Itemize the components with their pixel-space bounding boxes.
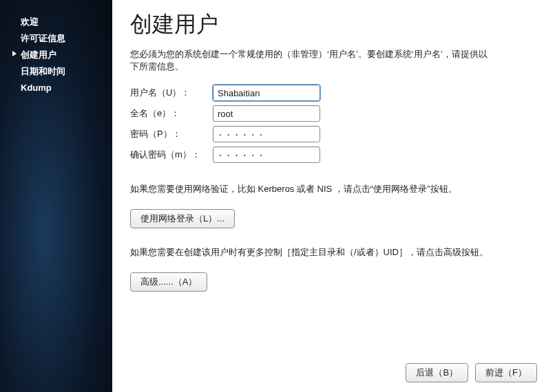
- nav-item-kdump[interactable]: Kdump: [0, 80, 112, 96]
- nav-item-license[interactable]: 许可证信息: [0, 30, 112, 47]
- password-label: 密码（P）：: [130, 128, 213, 140]
- user-form: 用户名（U）： 全名（e）： 密码（P）： 确认密码（m）：: [130, 83, 537, 165]
- forward-button[interactable]: 前进（F）: [475, 363, 537, 382]
- footer: 后退（B） 前进（F）: [406, 363, 537, 382]
- advanced-button[interactable]: 高级......（A）: [130, 272, 207, 292]
- confirm-password-label: 确认密码（m）：: [130, 149, 213, 161]
- username-label: 用户名（U）：: [130, 87, 213, 99]
- nav-item-create-user[interactable]: 创建用户: [0, 47, 112, 63]
- page-title: 创建用户: [130, 10, 537, 40]
- content-area: 创建用户 您必须为您的系统创建一个常规使用的（非管理）‘用户名’。要创建系统‘用…: [112, 0, 555, 392]
- nav-item-welcome[interactable]: 欢迎: [0, 14, 112, 30]
- fullname-input[interactable]: [213, 105, 320, 122]
- password-input[interactable]: [213, 126, 320, 142]
- fullname-label: 全名（e）：: [130, 107, 213, 120]
- username-input[interactable]: [213, 85, 320, 101]
- nav-item-datetime[interactable]: 日期和时间: [0, 63, 112, 80]
- back-button[interactable]: 后退（B）: [406, 363, 468, 382]
- intro-text: 您必须为您的系统创建一个常规使用的（非管理）‘用户名’。要创建系统‘用户名’，请…: [130, 48, 488, 73]
- confirm-password-input[interactable]: [213, 146, 320, 163]
- network-login-button[interactable]: 使用网络登录（L）...: [130, 209, 235, 228]
- advanced-help-text: 如果您需要在创建该用户时有更多控制［指定主目录和（/或者）UID］，请点击高级按…: [130, 246, 488, 259]
- network-help-text: 如果您需要使用网络验证，比如 Kerberos 或者 NIS ，请点击“使用网络…: [130, 183, 488, 195]
- sidebar: 欢迎 许可证信息 创建用户 日期和时间 Kdump: [0, 0, 112, 392]
